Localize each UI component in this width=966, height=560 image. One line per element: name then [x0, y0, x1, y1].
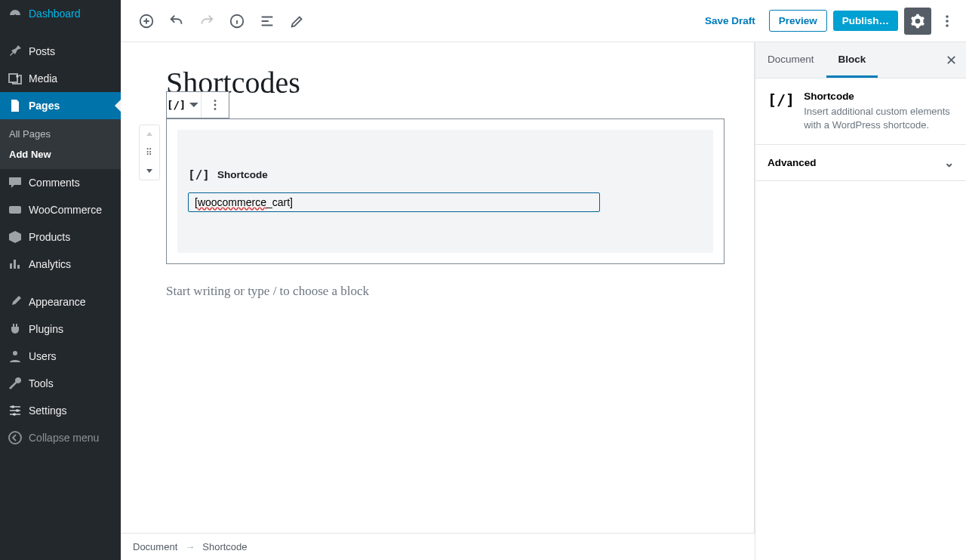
sidebar-item-comments[interactable]: Comments	[0, 169, 121, 196]
sidebar-item-label: Posts	[29, 45, 55, 57]
sidebar-item-products[interactable]: Products	[0, 223, 121, 251]
shortcode-block-label: Shortcode	[217, 169, 268, 180]
sidebar-item-label: Dashboard	[29, 8, 81, 20]
advanced-label: Advanced	[768, 157, 817, 168]
svg-point-12	[946, 24, 949, 27]
settings-inspector: Document Block ✕ [/] Shortcode Insert ad…	[755, 42, 966, 560]
info-button[interactable]	[223, 8, 251, 35]
svg-point-0	[14, 14, 16, 16]
svg-point-13	[214, 100, 217, 102]
shortcode-block[interactable]: [/] Shortcode [woocommerce_cart]	[166, 118, 724, 264]
edit-mode-button[interactable]	[284, 8, 311, 35]
sidebar-item-plugins[interactable]: Plugins	[0, 315, 121, 343]
sidebar-item-analytics[interactable]: Analytics	[0, 251, 121, 278]
admin-sidebar: Dashboard Posts Media Pages All Pages Ad…	[0, 0, 121, 560]
block-mover: ⠿	[139, 125, 160, 180]
block-breadcrumb: Document → Shortcode	[121, 533, 755, 560]
sidebar-item-woocommerce[interactable]: WooCommerce	[0, 196, 121, 223]
chevron-down-icon: ⌄	[944, 155, 954, 170]
sidebar-item-pages[interactable]: Pages	[0, 92, 121, 119]
svg-rect-2	[9, 206, 21, 214]
sliders-icon	[8, 403, 23, 418]
shortcode-icon: [/]	[188, 168, 210, 182]
sidebar-item-label: Analytics	[29, 258, 71, 270]
sidebar-item-settings[interactable]: Settings	[0, 397, 121, 424]
tab-block[interactable]: Block	[826, 42, 878, 78]
sidebar-item-label: Users	[29, 350, 57, 362]
sidebar-item-media[interactable]: Media	[0, 65, 121, 92]
shortcode-icon: [/]	[768, 92, 795, 132]
dashboard-icon	[8, 6, 23, 21]
svg-point-10	[946, 15, 949, 18]
undo-button[interactable]	[163, 8, 190, 35]
inserter-button[interactable]	[133, 8, 160, 35]
svg-point-3	[13, 351, 17, 355]
sidebar-item-dashboard[interactable]: Dashboard	[0, 0, 121, 27]
sidebar-item-label: Comments	[29, 177, 80, 189]
sidebar-item-label: Settings	[29, 405, 67, 417]
move-up-button[interactable]	[140, 125, 159, 143]
shortcode-input[interactable]: [woocommerce_cart]	[188, 192, 600, 212]
breadcrumb-leaf[interactable]: Shortcode	[202, 541, 247, 552]
sidebar-item-label: Media	[29, 72, 57, 85]
redo-button[interactable]	[193, 8, 220, 35]
more-menu-button[interactable]	[937, 8, 957, 35]
sidebar-item-label: Appearance	[29, 296, 86, 308]
tab-document[interactable]: Document	[755, 42, 826, 78]
svg-point-6	[13, 413, 16, 416]
analytics-icon	[8, 257, 23, 272]
editor-topbar: Save Draft Preview Publish…	[121, 0, 966, 42]
move-down-button[interactable]	[140, 162, 159, 180]
svg-point-14	[214, 104, 217, 106]
block-appender[interactable]: Start writing or type / to choose a bloc…	[166, 284, 724, 299]
block-card-title: Shortcode	[804, 91, 954, 102]
block-card: [/] Shortcode Insert additional custom e…	[755, 78, 966, 145]
pages-icon	[8, 98, 23, 113]
sidebar-item-appearance[interactable]: Appearance	[0, 288, 121, 315]
block-card-desc: Insert additional custom elements with a…	[804, 105, 954, 132]
woocommerce-icon	[8, 202, 23, 217]
user-icon	[8, 349, 23, 364]
svg-point-15	[214, 108, 217, 110]
comments-icon	[8, 175, 23, 190]
close-inspector-button[interactable]: ✕	[936, 42, 966, 78]
svg-point-5	[16, 409, 19, 412]
collapse-icon	[8, 430, 23, 445]
sidebar-item-label: WooCommerce	[29, 204, 102, 216]
media-icon	[8, 71, 23, 86]
submenu-all-pages[interactable]: All Pages	[0, 124, 121, 144]
publish-button[interactable]: Publish…	[833, 11, 898, 31]
sidebar-item-tools[interactable]: Tools	[0, 370, 121, 397]
drag-handle[interactable]: ⠿	[140, 143, 159, 162]
wrench-icon	[8, 376, 23, 391]
save-draft-button[interactable]: Save Draft	[697, 11, 763, 31]
settings-toggle-button[interactable]	[904, 8, 931, 35]
products-icon	[8, 229, 23, 245]
block-switcher-button[interactable]: [/]	[167, 92, 202, 118]
breadcrumb-root[interactable]: Document	[133, 541, 177, 552]
sidebar-item-posts[interactable]: Posts	[0, 38, 121, 65]
sidebar-item-label: Tools	[29, 377, 54, 389]
sidebar-submenu-pages: All Pages Add New	[0, 119, 121, 169]
svg-point-11	[946, 20, 949, 23]
outline-button[interactable]	[254, 8, 281, 35]
sidebar-collapse[interactable]: Collapse menu	[0, 424, 121, 451]
page-title[interactable]: Shortcodes	[166, 65, 724, 100]
chevron-right-icon: →	[185, 541, 195, 552]
editor-main: Save Draft Preview Publish… Shortcodes ⠿	[121, 0, 966, 560]
svg-point-7	[9, 432, 21, 444]
svg-point-4	[11, 405, 14, 408]
editor-canvas[interactable]: Shortcodes ⠿ [/]	[121, 42, 755, 533]
svg-point-1	[16, 75, 19, 78]
brush-icon	[8, 294, 23, 309]
block-more-button[interactable]	[202, 92, 229, 118]
sidebar-item-label: Pages	[29, 100, 60, 112]
sidebar-item-users[interactable]: Users	[0, 343, 121, 370]
pin-icon	[8, 44, 23, 59]
submenu-add-new[interactable]: Add New	[0, 144, 121, 165]
advanced-panel-toggle[interactable]: Advanced ⌄	[755, 145, 966, 181]
plug-icon	[8, 322, 23, 337]
preview-button[interactable]: Preview	[769, 10, 827, 32]
block-toolbar: [/]	[166, 91, 229, 118]
sidebar-item-label: Collapse menu	[29, 432, 99, 444]
